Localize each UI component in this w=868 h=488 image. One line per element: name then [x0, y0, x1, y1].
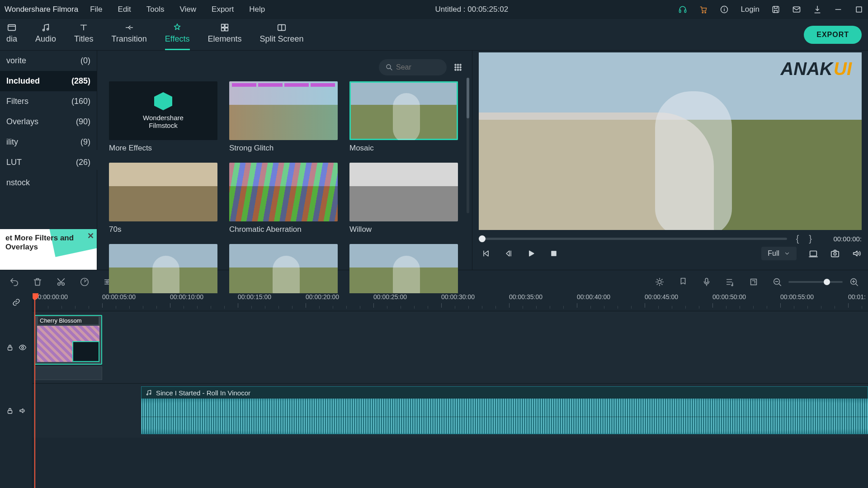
preview-canvas[interactable]: ANAKUI [479, 52, 862, 230]
export-button[interactable]: EXPORT [804, 26, 862, 44]
svg-rect-27 [810, 251, 817, 256]
marker-icon[interactable] [678, 277, 688, 287]
search-input[interactable] [396, 63, 432, 71]
preview-scrub: {} 00:00:00: [479, 235, 862, 243]
video-clip-audio-lane[interactable] [34, 366, 102, 380]
info-icon[interactable] [720, 5, 729, 14]
timeline-ruler[interactable]: 00:00:00:0000:00:05:0000:00:10:0000:00:1… [33, 293, 868, 311]
sidebar-cat-overlays[interactable]: Overlays(90) [0, 112, 97, 132]
cart-icon[interactable] [699, 5, 708, 14]
voiceover-icon[interactable] [702, 277, 712, 287]
effect-card[interactable]: Willow [349, 163, 458, 234]
sidebar-promo[interactable]: ✕ et More Filters and Overlays [0, 229, 97, 270]
menu-export[interactable]: Export [212, 5, 234, 14]
audio-clip[interactable]: Since I Started - Roll In Vinocor [141, 386, 868, 434]
effect-card[interactable]: WondershareFilmstockMore Effects [109, 81, 217, 153]
playhead[interactable] [34, 293, 35, 488]
effect-card[interactable]: Mosaic [349, 81, 458, 153]
undo-icon[interactable] [9, 277, 19, 287]
tab-elements-label: Elements [208, 34, 242, 44]
prev-frame-icon[interactable] [481, 249, 491, 258]
menu-help[interactable]: Help [249, 5, 265, 14]
sidebar-cat-count: (9) [80, 137, 90, 147]
quality-select[interactable]: Full [761, 247, 797, 260]
zoom-knob[interactable] [824, 279, 830, 285]
minimize-icon[interactable] [834, 5, 843, 14]
login-button[interactable]: Login [741, 5, 760, 14]
search-input-wrap[interactable] [379, 59, 447, 75]
zoom-slider[interactable] [788, 281, 843, 283]
svg-point-45 [146, 394, 148, 395]
document-title: Untitled : 00:05:25:02 [265, 5, 678, 14]
cut-icon[interactable] [56, 277, 66, 287]
sidebar-cat-utility[interactable]: ility(9) [0, 132, 97, 152]
sidebar-cat-filmstock[interactable]: nstock [0, 173, 97, 193]
effect-card[interactable]: 70s [109, 163, 217, 234]
svg-rect-8 [8, 25, 16, 31]
tab-effects[interactable]: Effects [165, 23, 190, 47]
eye-icon[interactable] [19, 343, 27, 352]
zoom-out-icon[interactable] [772, 277, 782, 287]
stop-icon[interactable] [549, 249, 558, 258]
effect-label: Chromatic Aberration [229, 225, 338, 234]
timeline-tracks[interactable]: 00:00:00:0000:00:05:0000:00:10:0000:00:1… [33, 293, 868, 488]
step-back-icon[interactable] [504, 249, 513, 258]
sidebar-cat-lut[interactable]: LUT(26) [0, 152, 97, 173]
lock-icon[interactable] [6, 407, 14, 415]
effect-label: 70s [109, 225, 217, 234]
snapshot-icon[interactable] [830, 249, 840, 258]
download-icon[interactable] [813, 5, 822, 14]
maximize-icon[interactable] [854, 5, 863, 14]
quality-label: Full [768, 249, 779, 258]
sidebar-cat-favorite[interactable]: vorite(0) [0, 51, 97, 71]
fullscreen-icon[interactable] [808, 249, 818, 258]
tab-media[interactable]: dia [6, 23, 17, 47]
menu-tools[interactable]: Tools [146, 5, 165, 14]
play-icon[interactable] [527, 249, 536, 258]
audiolist-icon[interactable] [725, 277, 735, 287]
mail-icon[interactable] [792, 5, 801, 14]
headset-icon[interactable] [678, 5, 687, 14]
scrub-track[interactable] [479, 238, 787, 240]
link-toggle[interactable] [0, 293, 32, 311]
speaker-icon[interactable] [19, 407, 27, 415]
delete-icon[interactable] [33, 277, 42, 287]
watermark-suffix: UI [834, 59, 852, 79]
sidebar-cat-filters[interactable]: Filters(160) [0, 91, 97, 112]
sidebar-cat-included[interactable]: Included(285) [0, 71, 97, 91]
tab-splitscreen[interactable]: Split Screen [260, 23, 304, 47]
scrub-knob[interactable] [479, 235, 486, 242]
effect-card[interactable]: Strong Glitch [229, 81, 338, 153]
chevron-down-icon [784, 250, 790, 257]
tab-audio[interactable]: Audio [35, 23, 56, 47]
video-track-header[interactable] [0, 311, 32, 384]
close-icon[interactable]: ✕ [87, 231, 94, 241]
lock-icon[interactable] [6, 343, 14, 352]
preview-pane: ANAKUI {} 00:00:00: Full [472, 51, 868, 270]
svg-rect-37 [705, 278, 708, 282]
tab-transition[interactable]: Transition [111, 23, 146, 47]
video-clip[interactable]: Cherry Blossom [34, 315, 102, 365]
menu-view[interactable]: View [180, 5, 197, 14]
color-icon[interactable] [655, 277, 665, 287]
svg-point-29 [834, 253, 836, 255]
svg-rect-11 [222, 24, 224, 27]
audio-track-header[interactable] [0, 384, 32, 438]
zoom-in-icon[interactable] [849, 277, 859, 287]
crop-icon[interactable] [749, 277, 759, 287]
tab-titles[interactable]: Titles [74, 23, 93, 47]
menu-file[interactable]: File [90, 5, 102, 14]
gallery-scrollbar[interactable] [467, 78, 469, 213]
tab-elements[interactable]: Elements [208, 23, 242, 47]
effect-card[interactable]: Chromatic Aberration [229, 163, 338, 234]
audio-track[interactable]: Since I Started - Roll In Vinocor [33, 384, 868, 438]
grid-view-icon[interactable] [453, 62, 463, 72]
save-icon[interactable] [771, 5, 780, 14]
menu-edit[interactable]: Edit [118, 5, 131, 14]
volume-icon[interactable] [852, 249, 862, 258]
video-track[interactable]: Cherry Blossom [33, 311, 868, 384]
speed-icon[interactable] [80, 277, 90, 287]
applied-effect-badge[interactable] [72, 341, 99, 362]
svg-point-46 [150, 393, 151, 394]
effect-thumb [349, 81, 458, 140]
